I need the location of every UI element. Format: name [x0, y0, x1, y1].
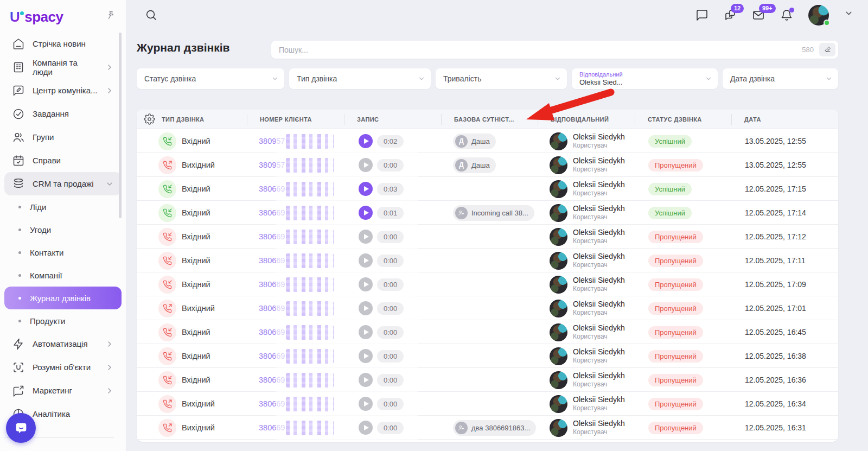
play-button[interactable] [359, 253, 373, 268]
play-button[interactable] [359, 301, 373, 315]
call-type-label: Вхідний [182, 232, 210, 241]
mail-button[interactable]: 99+ [752, 9, 765, 22]
entity-label: Даша [471, 137, 490, 145]
support-chat-button[interactable] [6, 413, 36, 443]
sidebar-item-activities[interactable]: Справи [4, 149, 122, 172]
column-header-type[interactable]: ТИП ДЗВІНКА [137, 110, 247, 129]
table-row[interactable]: Вхідний 380669 0:00 Oleksii Siedykh Кори… [137, 272, 838, 296]
sidebar-item-communication-center[interactable]: Центр комуніка... [4, 79, 122, 102]
table-row[interactable]: Вихідний 380957 0:00 Д Даша Oleksii Sied… [137, 153, 838, 177]
column-header-date[interactable]: ДАТА [731, 110, 838, 129]
play-button[interactable] [359, 134, 373, 148]
sidebar-item-label: Справи [33, 156, 61, 165]
play-button[interactable] [359, 397, 373, 411]
client-number-link[interactable]: 380669 [259, 328, 285, 336]
sidebar-pin-button[interactable] [105, 10, 117, 22]
clear-search-button[interactable] [819, 43, 835, 56]
play-button[interactable] [359, 206, 373, 220]
play-button[interactable] [359, 421, 373, 435]
sidebar-item-automation[interactable]: Автоматизація [4, 332, 122, 355]
sidebar-item-call-log[interactable]: Журнал дзвінків [4, 287, 122, 309]
client-number-link[interactable]: 380669 [259, 208, 285, 217]
play-button[interactable] [359, 158, 373, 172]
table-row[interactable]: Вхідний 380669 0:00 Oleksii Siedykh Кори… [137, 225, 838, 249]
client-number-link[interactable]: 380957 [259, 137, 285, 145]
sidebar-item-leads[interactable]: Ліди [4, 195, 122, 218]
table-row[interactable]: Вхідний 380957 0:02 Д Даша Oleksii Siedy… [137, 129, 838, 153]
play-button[interactable] [359, 325, 373, 339]
page-title: Журнал дзвінків [137, 41, 229, 54]
filter-call-type[interactable]: Тип дзвінка [289, 68, 431, 89]
notifications-button[interactable] [780, 9, 793, 22]
search-input[interactable] [271, 46, 802, 54]
table-row[interactable]: Вхідний 380669 0:00 Oleksii Siedykh Кори… [137, 344, 838, 368]
client-number-link[interactable]: 380957 [259, 161, 285, 169]
column-header-record[interactable]: ЗАПИС [344, 110, 441, 129]
entity-chip[interactable]: Д Даша [453, 157, 496, 173]
client-number-link[interactable]: 380669 [259, 423, 285, 432]
filter-responsible[interactable]: Відповідальний Oleksii Sied... [572, 68, 718, 89]
sidebar-item-news-feed[interactable]: Стрічка новин [4, 32, 122, 55]
table-row[interactable]: Вихідний 380669 0:00 Oleksii Siedykh Кор… [137, 392, 838, 416]
filter-call-date[interactable]: Дата дзвінка [723, 68, 838, 89]
notification-dot [789, 8, 794, 12]
redacted-number [286, 349, 334, 364]
sidebar-item-deals[interactable]: Угоди [4, 218, 122, 241]
call-duration: 0:00 [377, 374, 404, 386]
entity-chip[interactable]: два 3806691863... [453, 420, 536, 436]
client-number-link[interactable]: 380669 [259, 352, 285, 360]
table-row[interactable]: Вхідний 380669 0:01 Incoming call 38... … [137, 201, 838, 225]
table-row[interactable]: Вхідний 380669 0:00 Oleksii Siedykh Кори… [137, 368, 838, 392]
messenger-button[interactable]: 12 [724, 9, 737, 22]
play-button[interactable] [359, 373, 373, 387]
column-title: СТАТУС ДЗВІНКА [648, 116, 702, 123]
call-type-icon [158, 276, 176, 294]
client-number-link[interactable]: 380669 [259, 185, 285, 193]
sidebar-item-companies[interactable]: Компанії [4, 264, 122, 287]
column-header-responsible[interactable]: ВІДПОВІДАЛЬНИЙ [538, 110, 635, 129]
play-button[interactable] [359, 277, 373, 291]
table-row[interactable]: Вхідний 380669 0:03 Oleksii Siedykh Кори… [137, 177, 838, 201]
call-log-table: ТИП ДЗВІНКА НОМЕР КЛІЄНТА ЗАПИС БАЗОВА С… [137, 110, 838, 442]
profile-menu-button[interactable] [844, 9, 857, 22]
table-settings-button[interactable] [144, 113, 155, 125]
table-row[interactable]: Вхідний 380669 0:00 Oleksii Siedykh Кори… [137, 249, 838, 272]
call-type-icon [158, 132, 176, 150]
sidebar-item-smart-objects[interactable]: Розумні об'єкти [4, 355, 122, 379]
entity-chip[interactable]: Д Даша [453, 134, 496, 149]
sidebar-item-products[interactable]: Продукти [4, 309, 122, 332]
column-header-base-entity[interactable]: БАЗОВА СУТНІСТ... [441, 110, 538, 129]
client-number-link[interactable]: 380669 [259, 232, 285, 241]
client-number-link[interactable]: 380669 [259, 280, 285, 289]
play-button[interactable] [359, 230, 373, 244]
entity-chip[interactable]: Incoming call 38... [453, 205, 534, 221]
bullet-icon [18, 274, 21, 277]
sidebar-item-marketing[interactable]: Маркетинг [4, 379, 122, 402]
global-search-button[interactable] [145, 9, 158, 22]
table-row[interactable]: Вхідний 380669 0:00 Oleksii Siedykh Кори… [137, 320, 838, 344]
column-header-number[interactable]: НОМЕР КЛІЄНТА [247, 110, 344, 129]
filter-duration[interactable]: Тривалість [436, 68, 567, 89]
play-button[interactable] [359, 349, 373, 363]
sidebar-item-tasks[interactable]: Завдання [4, 102, 122, 125]
play-button[interactable] [359, 182, 373, 196]
table-row[interactable]: Вихідний 380669 0:00 два 3806691863... O… [137, 416, 838, 440]
client-number-link[interactable]: 380669 [259, 376, 285, 384]
sidebar-item-crm[interactable]: CRM та продажі [4, 172, 122, 195]
client-number-link[interactable]: 380669 [259, 256, 285, 265]
sidebar-scrollbar[interactable] [119, 33, 122, 218]
responsible-name: Oleksii Siedykh [573, 180, 625, 189]
redacted-number [286, 325, 334, 340]
client-number-link[interactable]: 380669 [259, 304, 285, 313]
comments-button[interactable] [695, 9, 709, 22]
table-row[interactable]: Вихідний 380669 0:00 Oleksii Siedykh Кор… [137, 296, 838, 320]
bullet-icon [18, 228, 21, 231]
sidebar-item-company-people[interactable]: Компанія та люди [4, 55, 122, 79]
user-avatar[interactable] [808, 5, 829, 26]
gear-icon [144, 113, 155, 125]
sidebar-item-groups[interactable]: Групи [4, 125, 122, 149]
column-header-status[interactable]: СТАТУС ДЗВІНКА [635, 110, 731, 129]
sidebar-item-contacts[interactable]: Контакти [4, 241, 122, 264]
filter-call-status[interactable]: Статус дзвінка [137, 68, 284, 89]
client-number-link[interactable]: 380669 [259, 399, 285, 408]
